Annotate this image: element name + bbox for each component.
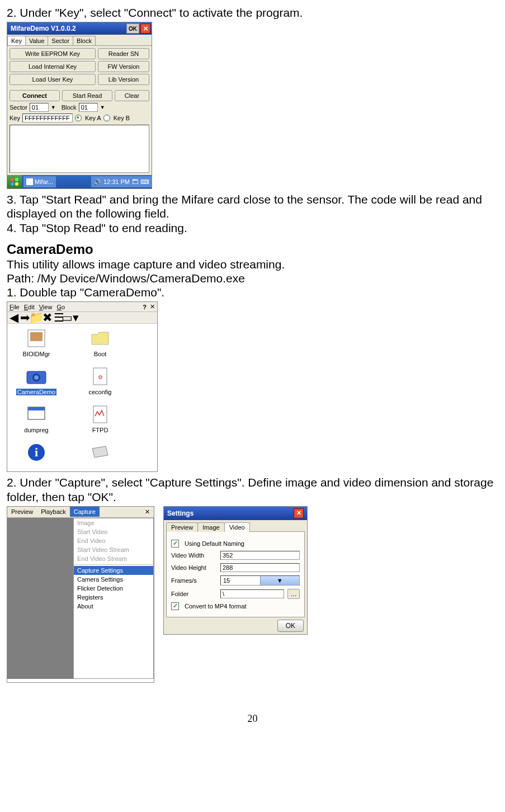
- write-eeprom-key-button[interactable]: Write EEPROM Key: [10, 48, 96, 59]
- dropdown-icon[interactable]: ▼: [100, 105, 105, 110]
- close-icon[interactable]: ✕: [150, 303, 155, 310]
- tray-time: 12:31 PM: [103, 178, 130, 185]
- taskbar-app-button[interactable]: Mifar...: [23, 176, 56, 188]
- svg-rect-5: [30, 332, 43, 341]
- menu-edit[interactable]: Edit: [24, 304, 35, 310]
- camera-preview-area: [7, 518, 73, 679]
- menu-preview[interactable]: Preview: [7, 507, 37, 517]
- exe-icon: [13, 403, 60, 426]
- file-item[interactable]: ⚙ ceconfig: [77, 365, 124, 395]
- ok-button[interactable]: OK: [277, 620, 304, 632]
- frames-combo[interactable]: 15 ▼: [220, 575, 300, 586]
- files-grid: BIOIDMgr Boot CameraDemo ⚙ ceconfig dump…: [7, 324, 157, 471]
- explorer-screenshot: File Edit View Go ? ✕ ◀ ➡ 📁 ✖ ☰ ▭▾ BIOID…: [7, 301, 158, 472]
- system-tray: 🔊 12:31 PM 🗔 ⌨: [91, 176, 152, 187]
- back-icon[interactable]: ◀: [10, 313, 18, 322]
- tab-key[interactable]: Key: [7, 36, 26, 45]
- document-icon: [77, 403, 124, 426]
- tab-value[interactable]: Value: [25, 36, 48, 45]
- start-read-button[interactable]: Start Read: [62, 90, 112, 101]
- close-icon[interactable]: ✕: [294, 508, 304, 518]
- tab-image[interactable]: Image: [197, 522, 225, 532]
- tab-sector[interactable]: Sector: [48, 36, 73, 45]
- menu-item-capture-settings[interactable]: Capture Settings: [74, 566, 153, 575]
- menu-file[interactable]: File: [10, 304, 20, 310]
- svg-point-3: [15, 182, 18, 186]
- tray-icon[interactable]: 🔊: [93, 178, 101, 186]
- load-user-key-button[interactable]: Load User Key: [10, 74, 96, 85]
- file-item[interactable]: [77, 441, 124, 470]
- start-button-icon[interactable]: [7, 175, 22, 188]
- tab-preview[interactable]: Preview: [166, 522, 198, 532]
- convert-mp4-label: Convert to MP4 format: [185, 603, 247, 610]
- file-item[interactable]: FTPD: [77, 403, 124, 433]
- close-icon[interactable]: ✕: [140, 23, 150, 34]
- config-icon: ⚙: [77, 365, 124, 388]
- file-item[interactable]: dumpreg: [13, 403, 60, 433]
- mifare-titlebar: MifareDemo V1.0.0.2 OK ✕: [7, 22, 152, 35]
- settings-titlebar: Settings ✕: [164, 507, 307, 520]
- lib-version-button[interactable]: Lib Version: [98, 74, 149, 85]
- forward-icon[interactable]: ➡: [21, 313, 30, 322]
- sector-field[interactable]: 01: [30, 103, 49, 112]
- menu-go[interactable]: Go: [56, 304, 65, 310]
- video-height-field[interactable]: 288: [220, 563, 300, 572]
- menu-item-registers[interactable]: Registers: [74, 593, 153, 602]
- frames-label: Frames/s: [171, 577, 217, 584]
- key-a-label: Key A: [85, 115, 101, 121]
- mifare-demo-screenshot: MifareDemo V1.0.0.2 OK ✕ Key Value Secto…: [7, 22, 152, 189]
- svg-point-8: [34, 375, 39, 380]
- tab-block[interactable]: Block: [73, 36, 96, 45]
- file-item-camerademo[interactable]: CameraDemo: [13, 365, 60, 395]
- connect-button[interactable]: Connect: [10, 90, 60, 101]
- camerademo-menubar: Preview Playback Capture ✕: [7, 507, 154, 518]
- menu-item-camera-settings[interactable]: Camera Settings: [74, 575, 153, 584]
- output-textarea[interactable]: [10, 125, 149, 173]
- file-item[interactable]: BIOIDMgr: [13, 327, 60, 357]
- explorer-toolbar: ◀ ➡ 📁 ✖ ☰ ▭▾: [7, 312, 157, 324]
- menu-view[interactable]: View: [39, 304, 53, 310]
- folder-field[interactable]: \: [220, 589, 284, 598]
- video-width-field[interactable]: 352: [220, 551, 300, 560]
- camera-step-1: 1. Double tap "CameraDemo".: [7, 285, 498, 299]
- key-a-radio[interactable]: [75, 115, 82, 121]
- file-item[interactable]: Boot: [77, 327, 124, 357]
- file-label: dumpreg: [23, 427, 49, 433]
- use-default-naming-checkbox[interactable]: [171, 540, 179, 547]
- file-item[interactable]: i: [13, 441, 60, 470]
- tray-icon[interactable]: ⌨: [140, 178, 149, 186]
- clear-button[interactable]: Clear: [115, 90, 149, 101]
- delete-icon[interactable]: ✖: [43, 313, 52, 322]
- titlebar-ok-button[interactable]: OK: [126, 23, 139, 34]
- close-icon[interactable]: ✕: [141, 507, 154, 517]
- menu-item-about[interactable]: About: [74, 602, 153, 611]
- menu-playback[interactable]: Playback: [37, 507, 70, 517]
- key-b-radio[interactable]: [103, 115, 110, 121]
- mifare-title: MifareDemo V1.0.0.2: [11, 25, 76, 32]
- menu-item-flicker-detection[interactable]: Flicker Detection: [74, 584, 153, 593]
- folder-label: Folder: [171, 591, 217, 597]
- key-field[interactable]: FFFFFFFFFFFF: [22, 114, 73, 122]
- tray-icon[interactable]: 🗔: [132, 178, 138, 185]
- tab-video[interactable]: Video: [224, 522, 250, 532]
- svg-point-2: [11, 182, 14, 186]
- info-icon: i: [13, 441, 60, 464]
- sector-label: Sector: [10, 104, 27, 111]
- view-mode-icon[interactable]: ▭▾: [65, 313, 74, 322]
- svg-rect-12: [28, 407, 45, 410]
- menu-capture[interactable]: Capture: [70, 507, 100, 517]
- camera-icon: [13, 365, 60, 388]
- taskbar-app-label: Mifar...: [35, 178, 53, 185]
- browse-button[interactable]: …: [287, 589, 300, 599]
- reader-sn-button[interactable]: Reader SN: [98, 48, 149, 59]
- convert-mp4-checkbox[interactable]: [171, 602, 179, 610]
- load-internal-key-button[interactable]: Load Internal Key: [10, 61, 96, 72]
- svg-point-1: [15, 178, 18, 181]
- dropdown-icon[interactable]: ▼: [260, 576, 300, 585]
- up-icon[interactable]: 📁: [32, 313, 41, 322]
- app-icon: [26, 178, 33, 185]
- fw-version-button[interactable]: FW Version: [98, 61, 149, 72]
- block-field[interactable]: 01: [79, 103, 98, 112]
- help-icon[interactable]: ?: [143, 304, 147, 310]
- dropdown-icon[interactable]: ▼: [51, 105, 56, 110]
